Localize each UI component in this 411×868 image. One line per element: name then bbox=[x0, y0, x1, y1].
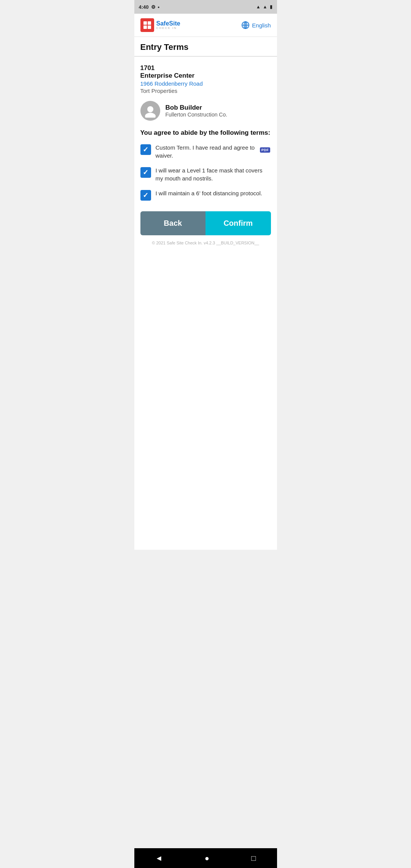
term-text-2: I will wear a Level 1 face mask that cov… bbox=[156, 166, 271, 182]
location-number: 1701 bbox=[140, 64, 271, 72]
term-checkbox-3[interactable]: ✓ bbox=[140, 190, 151, 201]
logo-safesite: SafeSite bbox=[156, 20, 180, 27]
main-content: 1701 Enterprise Center 1966 Roddenberry … bbox=[134, 57, 277, 550]
pdf-badge-1: PDF bbox=[260, 147, 271, 153]
footer-text: © 2021 Safe Site Check In. v4.2.3 __BUIL… bbox=[140, 241, 271, 245]
svg-rect-3 bbox=[148, 26, 151, 29]
svg-point-9 bbox=[145, 113, 156, 118]
status-bar: 4:40 ⚙ • ▲ ▲ ▮ bbox=[134, 0, 277, 14]
battery-icon: ▮ bbox=[270, 4, 272, 10]
time-display: 4:40 bbox=[139, 4, 149, 10]
term-checkbox-1[interactable]: ✓ bbox=[140, 144, 151, 155]
user-details: Bob Builder Fullerton Construction Co. bbox=[166, 104, 228, 118]
language-button[interactable]: English bbox=[241, 21, 271, 29]
avatar bbox=[140, 101, 160, 121]
term-checkbox-2[interactable]: ✓ bbox=[140, 167, 151, 178]
status-icons: ▲ ▲ ▮ bbox=[256, 4, 272, 10]
status-time: 4:40 ⚙ • bbox=[139, 4, 160, 10]
terms-list: ✓ Custom Term. I have read and agree to … bbox=[140, 144, 271, 201]
user-company: Fullerton Construction Co. bbox=[166, 112, 228, 118]
checkmark-1: ✓ bbox=[143, 145, 148, 154]
svg-rect-2 bbox=[143, 26, 147, 29]
location-info: 1701 Enterprise Center 1966 Roddenberry … bbox=[140, 64, 271, 94]
bottom-nav: ◄ ● □ bbox=[134, 848, 277, 868]
signal-icon: ▲ bbox=[263, 4, 268, 10]
confirm-button[interactable]: Confirm bbox=[206, 211, 271, 235]
back-button[interactable]: Back bbox=[140, 211, 206, 235]
term-text-3: I will maintain a 6’ foot distancing pro… bbox=[156, 189, 271, 197]
logo-text: SafeSite CHECK IN bbox=[156, 20, 180, 30]
page-title-bar: Entry Terms bbox=[134, 37, 277, 57]
app-header: SafeSite CHECK IN English bbox=[134, 14, 277, 37]
term-item-1: ✓ Custom Term. I have read and agree to … bbox=[140, 144, 271, 160]
svg-point-8 bbox=[147, 106, 153, 112]
logo-checkin: CHECK IN bbox=[156, 27, 180, 30]
term-item-3: ✓ I will maintain a 6’ foot distancing p… bbox=[140, 189, 271, 201]
user-name: Bob Builder bbox=[166, 104, 228, 112]
dot-icon: • bbox=[158, 4, 160, 10]
pdf-icon-1[interactable]: PDF bbox=[260, 144, 271, 156]
logo-icon bbox=[140, 18, 154, 32]
nav-home-button[interactable]: ● bbox=[205, 854, 209, 863]
button-row: Back Confirm bbox=[140, 211, 271, 235]
svg-rect-1 bbox=[148, 21, 151, 25]
term-text-1: Custom Term. I have read and agree to wa… bbox=[156, 144, 255, 160]
terms-intro: You agree to abide by the following term… bbox=[140, 129, 271, 137]
location-address: 1966 Roddenberry Road bbox=[140, 80, 271, 87]
user-info: Bob Builder Fullerton Construction Co. bbox=[140, 101, 271, 121]
gray-spacer bbox=[134, 550, 277, 848]
checkmark-2: ✓ bbox=[143, 168, 148, 177]
location-company: Tort Properties bbox=[140, 88, 271, 94]
term-item-2: ✓ I will wear a Level 1 face mask that c… bbox=[140, 166, 271, 182]
svg-rect-0 bbox=[143, 21, 147, 25]
nav-back-button[interactable]: ◄ bbox=[155, 854, 163, 863]
checkmark-3: ✓ bbox=[143, 191, 148, 199]
logo: SafeSite CHECK IN bbox=[140, 18, 180, 32]
wifi-icon: ▲ bbox=[256, 4, 261, 10]
settings-icon: ⚙ bbox=[151, 4, 156, 10]
page-title: Entry Terms bbox=[140, 42, 271, 52]
location-name: Enterprise Center bbox=[140, 72, 271, 80]
nav-recent-button[interactable]: □ bbox=[251, 854, 256, 863]
language-label: English bbox=[252, 22, 271, 29]
